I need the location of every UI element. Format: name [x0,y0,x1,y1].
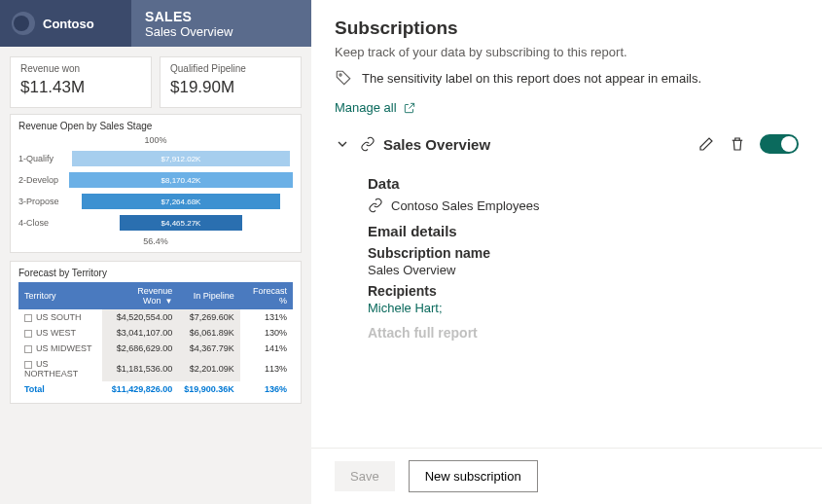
subscription-name-label: Subscription name [368,245,799,261]
recipients-value[interactable]: Michele Hart; [368,301,799,315]
subscription-header[interactable]: Sales Overview [335,134,799,162]
col-territory[interactable]: Territory [18,282,102,309]
tile-value: $19.90M [170,78,291,97]
funnel-chart[interactable]: Revenue Open by Sales Stage 100% 1-Quali… [10,114,302,253]
panel-description: Keep track of your data by subscribing t… [335,45,799,59]
bar-label: 3-Propose [18,197,69,206]
funnel-top-pct: 100% [18,135,293,145]
sort-desc-icon: ▼ [164,297,172,306]
manage-all-link[interactable]: Manage all [335,100,416,115]
attach-full-report-label: Attach full report [368,325,799,341]
link-icon [360,136,375,152]
brand-name: Contoso [43,17,94,31]
bar-label: 1-Qualify [18,154,69,163]
nav-page: Sales Overview [145,24,311,39]
new-subscription-button[interactable]: New subscription [409,460,538,492]
panel-title: Subscriptions [335,18,799,39]
email-details-heading: Email details [368,223,799,239]
page-breadcrumb[interactable]: SALES Sales Overview [131,0,311,47]
table-row[interactable]: US NORTHEAST$1,181,536.00$2,201.09K113% [18,356,293,381]
subscription-title: Sales Overview [383,136,490,153]
brand-logo-icon [12,12,35,35]
funnel-bottom-pct: 56.4% [18,236,293,246]
tile-qualified-pipeline[interactable]: Qualified Pipeline $19.90M [160,56,302,108]
tile-value: $11.43M [20,78,141,97]
svg-point-0 [340,74,341,76]
table-row[interactable]: US SOUTH$4,520,554.00$7,269.60K131% [18,309,293,325]
table-title: Forecast by Territory [18,268,293,278]
col-forecast-pct[interactable]: Forecast % [240,282,293,309]
col-in-pipeline[interactable]: In Pipeline [178,282,240,309]
bar-label: 4-Close [18,218,69,228]
recipients-label: Recipients [368,283,799,299]
nav-section: SALES [145,9,311,24]
subscription-name-value: Sales Overview [368,263,799,277]
col-revenue-won[interactable]: Revenue Won▼ [102,282,179,309]
tile-revenue-won[interactable]: Revenue won $11.43M [10,56,152,108]
delete-icon[interactable] [729,135,746,153]
table-total-row: Total$11,429,826.00$19,900.36K136% [18,381,293,397]
subscription-toggle[interactable] [760,134,799,154]
tile-label: Revenue won [20,63,141,74]
app-header: Contoso SALES Sales Overview [0,0,311,47]
tag-icon [335,69,352,87]
external-link-icon [403,101,416,115]
sensitivity-note: The sensitivity label on this report doe… [362,71,701,86]
bar-value: $4,465.27K [120,215,243,231]
link-icon [368,198,383,213]
table-row[interactable]: US MIDWEST$2,686,629.00$4,367.79K141% [18,341,293,356]
chevron-down-icon[interactable] [335,136,350,152]
tile-label: Qualified Pipeline [170,63,291,74]
save-button[interactable]: Save [335,461,395,491]
forecast-table-card[interactable]: Forecast by Territory Territory Revenue … [10,261,302,404]
bar-value: $7,264.68K [82,194,281,209]
edit-icon[interactable] [697,135,715,153]
data-heading: Data [368,175,799,192]
table-row[interactable]: US WEST$3,041,107.00$6,061.89K130% [18,325,293,341]
chart-title: Revenue Open by Sales Stage [18,121,293,131]
bar-value: $7,912.02K [72,151,289,166]
bar-label: 2-Develop [18,175,69,185]
brand[interactable]: Contoso [0,0,131,47]
subscriptions-panel: Subscriptions Keep track of your data by… [311,0,822,504]
data-value: Contoso Sales Employees [391,198,539,213]
bar-value: $8,170.42K [69,172,293,188]
